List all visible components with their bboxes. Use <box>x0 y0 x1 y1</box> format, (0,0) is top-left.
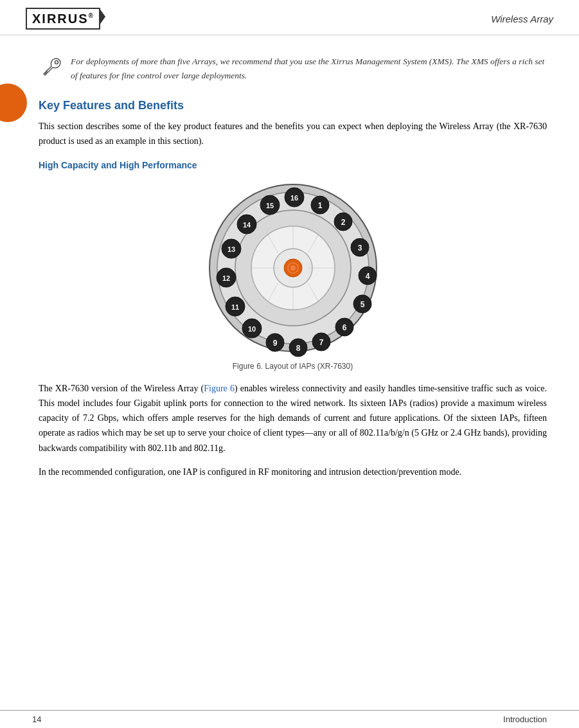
svg-text:14: 14 <box>242 221 251 229</box>
svg-text:5: 5 <box>360 300 364 309</box>
xirrus-logo: XIRRUS® <box>26 8 100 30</box>
svg-text:12: 12 <box>222 274 229 282</box>
key-features-body: This section describes some of the key p… <box>39 119 547 148</box>
figure-6-link[interactable]: Figure 6 <box>204 384 235 393</box>
logo-area: XIRRUS® <box>26 8 100 30</box>
note-icon <box>39 56 62 84</box>
logo-reg: ® <box>89 12 94 19</box>
footer-section-name: Introduction <box>503 715 547 724</box>
svg-text:16: 16 <box>290 194 298 202</box>
figure-caption: Figure 6. Layout of IAPs (XR-7630) <box>39 362 547 371</box>
body-paragraph-1: The XR-7630 version of the Wireless Arra… <box>39 381 547 455</box>
svg-text:7: 7 <box>319 338 323 347</box>
svg-text:8: 8 <box>296 344 300 353</box>
page-header: XIRRUS® Wireless Array <box>0 0 579 35</box>
svg-point-10 <box>290 265 296 271</box>
page-footer: 14 Introduction <box>0 710 579 728</box>
svg-text:9: 9 <box>272 339 277 348</box>
footer-page-number: 14 <box>32 715 41 724</box>
iap-diagram: 1 2 3 4 5 6 <box>203 178 383 358</box>
header-title: Wireless Array <box>491 13 553 24</box>
svg-text:1: 1 <box>317 201 322 210</box>
figure-6-area: 1 2 3 4 5 6 <box>39 178 547 371</box>
key-icon-svg <box>39 56 62 79</box>
section-heading-key-features: Key Features and Benefits <box>39 99 547 112</box>
svg-text:11: 11 <box>231 303 238 311</box>
iap-diagram-svg: 1 2 3 4 5 6 <box>203 178 383 358</box>
svg-text:15: 15 <box>265 202 273 209</box>
info-note-box: For deployments of more than five Arrays… <box>39 55 547 84</box>
svg-text:2: 2 <box>341 218 345 227</box>
svg-point-0 <box>55 61 58 64</box>
body-paragraph-2: In the recommended configuration, one IA… <box>39 465 547 479</box>
svg-text:4: 4 <box>365 272 370 281</box>
info-note-text: For deployments of more than five Arrays… <box>71 55 547 82</box>
main-content: For deployments of more than five Arrays… <box>0 35 579 508</box>
svg-text:13: 13 <box>227 245 235 253</box>
svg-text:3: 3 <box>357 244 362 253</box>
section-heading-high-capacity: High Capacity and High Performance <box>39 160 547 170</box>
logo-text: XIRRUS <box>32 12 89 26</box>
svg-text:6: 6 <box>342 323 346 332</box>
svg-text:10: 10 <box>247 325 255 333</box>
